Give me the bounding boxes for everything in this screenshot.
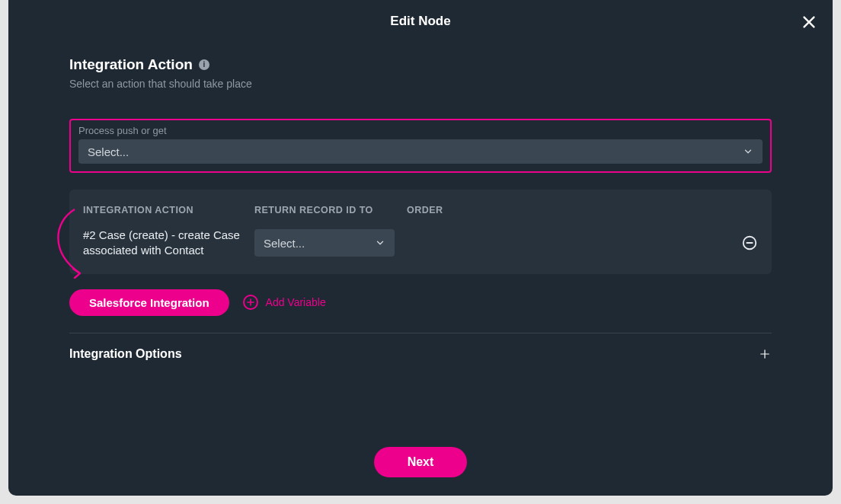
col-header-order: ORDER <box>407 205 727 215</box>
process-select[interactable]: Select... <box>78 139 763 164</box>
close-button[interactable] <box>801 14 817 30</box>
expand-icon <box>758 347 772 361</box>
table-row: #2 Case (create) - create Case associate… <box>83 228 758 259</box>
integration-action-card: INTEGRATION ACTION RETURN RECORD ID TO O… <box>69 190 772 274</box>
process-select-value: Select... <box>88 145 129 158</box>
col-header-return: RETURN RECORD ID TO <box>254 205 407 215</box>
remove-row-button[interactable] <box>741 234 758 251</box>
chevron-down-icon <box>375 238 385 248</box>
action-text: #2 Case (create) - create Case associate… <box>83 228 254 259</box>
section-subtitle: Select an action that should take place <box>69 78 772 90</box>
integration-options-title: Integration Options <box>69 347 182 361</box>
add-variable-label: Add Variable <box>266 296 326 308</box>
modal-header: Edit Node <box>8 0 833 43</box>
remove-cell <box>727 234 758 251</box>
modal-footer: Next <box>8 432 833 496</box>
process-select-highlight: Process push or get Select... <box>69 119 772 173</box>
next-button[interactable]: Next <box>374 447 468 477</box>
add-variable-button[interactable]: Add Variable <box>243 295 326 310</box>
info-icon[interactable]: i <box>199 59 209 70</box>
section-title: Integration Action <box>69 56 193 73</box>
modal-content: Integration Action i Select an action th… <box>8 43 833 432</box>
return-record-value: Select... <box>264 237 305 250</box>
plus-circle-icon <box>243 295 258 310</box>
return-record-select[interactable]: Select... <box>254 229 395 257</box>
chevron-down-icon <box>743 146 753 157</box>
integration-options-toggle[interactable]: Integration Options <box>69 347 772 361</box>
modal-title: Edit Node <box>390 14 450 29</box>
section-heading-row: Integration Action i <box>69 56 772 73</box>
process-label: Process push or get <box>78 125 763 136</box>
col-header-action: INTEGRATION ACTION <box>83 205 254 215</box>
minus-circle-icon <box>741 234 758 251</box>
edit-node-modal: Edit Node Integration Action i Select an… <box>8 0 833 496</box>
actions-row: Salesforce Integration Add Variable <box>69 289 772 333</box>
salesforce-integration-button[interactable]: Salesforce Integration <box>69 289 229 316</box>
table-header-row: INTEGRATION ACTION RETURN RECORD ID TO O… <box>83 205 758 215</box>
close-icon <box>801 14 817 30</box>
